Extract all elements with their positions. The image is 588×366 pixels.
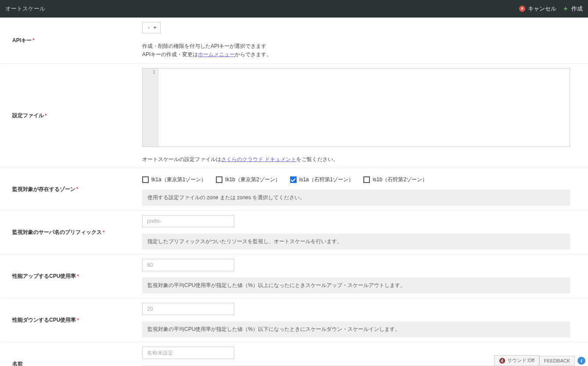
zones-info: 使用する設定ファイルの zone または zones を選択してください。 — [142, 190, 570, 206]
apikey-help-line1: 作成・削除の権限を付与したAPIキーが選択できます — [142, 42, 588, 50]
label-apikey: APIキー* — [2, 18, 142, 63]
label-prefix: 監視対象のサーバ名のプリフィックス* — [2, 211, 142, 254]
zone-label: is1a（石狩第1ゾーン） — [299, 176, 354, 183]
close-icon: × — [519, 6, 525, 12]
form-content: APIキー* - 作成・削除の権限を付与したAPIキーが選択できます APIキー… — [2, 18, 588, 366]
required-mark: * — [76, 186, 79, 192]
feedback-button[interactable]: FEEDBACK — [539, 356, 575, 366]
checkbox-icon — [363, 176, 370, 183]
zone-label: tk1a（東京第1ゾーン） — [151, 176, 206, 183]
docs-link[interactable]: さくらのクラウド ドキュメント — [221, 156, 296, 162]
home-menu-link[interactable]: ホームメニュー — [198, 51, 235, 57]
cpu-down-info: 監視対象の平均CPU使用率が指定した値（%）以下になったときにスケールダウン・ス… — [142, 321, 570, 337]
cpu-up-info: 監視対象の平均CPU使用率が指定した値（%）以上になったにときスケールアップ・ス… — [142, 277, 570, 294]
header-bar: オートスケール × キャンセル + 作成 — [0, 0, 588, 18]
row-cpu-down: 性能ダウンするCPU使用率* 監視対象の平均CPU使用率が指定した値（%）以下に… — [2, 298, 588, 342]
page-title: オートスケール — [5, 5, 45, 13]
required-mark: * — [103, 230, 105, 236]
header-actions: × キャンセル + 作成 — [519, 5, 583, 13]
row-cpu-up: 性能アップするCPU使用率* 監視対象の平均CPU使用率が指定した値（%）以上に… — [2, 255, 588, 298]
label-cpu-up: 性能アップするCPU使用率* — [2, 255, 142, 298]
apikey-help-line2: APIキーの作成・変更はホームメニューからできます。 — [142, 50, 588, 59]
name-input[interactable] — [142, 347, 234, 359]
required-mark: * — [77, 273, 79, 280]
cpu-down-input[interactable] — [142, 303, 234, 315]
control-zones: tk1a（東京第1ゾーン） tk1b（東京第2ゾーン） is1a（石狩第1ゾーン… — [142, 168, 588, 210]
control-config: 1 オートスケールの設定ファイルはさくらのクラウド ドキュメントをご覧ください。 — [142, 64, 588, 168]
required-mark: * — [77, 317, 79, 323]
zone-checkbox-group: tk1a（東京第1ゾーン） tk1b（東京第2ゾーン） is1a（石狩第1ゾーン… — [142, 176, 588, 183]
zone-checkbox-tk1a[interactable]: tk1a（東京第1ゾーン） — [142, 176, 206, 183]
label-name: 名前 — [2, 342, 142, 366]
config-help: オートスケールの設定ファイルはさくらのクラウド ドキュメントをご覧ください。 — [142, 156, 588, 163]
cancel-button[interactable]: × キャンセル — [519, 5, 556, 13]
info-icon[interactable]: i — [577, 357, 585, 365]
label-cpu-down: 性能ダウンするCPU使用率* — [2, 298, 142, 342]
required-mark: * — [32, 37, 35, 43]
label-config: 設定ファイル* — [2, 64, 142, 168]
footer-bar: 🔇 サウンド:Off FEEDBACK i — [494, 355, 588, 366]
apikey-help: 作成・削除の権限を付与したAPIキーが選択できます APIキーの作成・変更はホー… — [142, 42, 588, 59]
sound-label: サウンド:Off — [507, 357, 534, 364]
zone-checkbox-is1a[interactable]: is1a（石狩第1ゾーン） — [290, 176, 354, 183]
prefix-input[interactable] — [142, 215, 234, 227]
chevron-down-icon — [153, 27, 157, 29]
create-button[interactable]: + 作成 — [563, 5, 583, 13]
control-apikey: - 作成・削除の権限を付与したAPIキーが選択できます APIキーの作成・変更は… — [142, 18, 588, 63]
code-gutter: 1 — [143, 68, 158, 147]
checkbox-icon — [216, 176, 222, 183]
feedback-label: FEEDBACK — [544, 358, 570, 363]
control-cpu-up: 監視対象の平均CPU使用率が指定した値（%）以上になったにときスケールアップ・ス… — [142, 255, 588, 298]
cpu-up-input[interactable] — [142, 259, 234, 271]
row-config: 設定ファイル* 1 オートスケールの設定ファイルはさくらのクラウド ドキュメント… — [2, 64, 588, 168]
label-zones: 監視対象が存在するゾーン* — [2, 168, 142, 210]
prefix-info: 指定したプリフィックスがついたリソースを監視し、オートスケールを行います。 — [142, 233, 570, 250]
sound-toggle[interactable]: 🔇 サウンド:Off — [494, 355, 539, 366]
zone-label: is1b（石狩第2ゾーン） — [373, 176, 427, 183]
control-prefix: 指定したプリフィックスがついたリソースを監視し、オートスケールを行います。 — [142, 211, 588, 254]
cancel-label: キャンセル — [528, 5, 556, 13]
config-editor[interactable]: 1 — [142, 68, 570, 147]
row-prefix: 監視対象のサーバ名のプリフィックス* 指定したプリフィックスがついたリソースを監… — [2, 211, 588, 255]
row-zones: 監視対象が存在するゾーン* tk1a（東京第1ゾーン） tk1b（東京第2ゾーン… — [2, 168, 588, 211]
checkbox-checked-icon — [290, 176, 297, 183]
zone-checkbox-is1b[interactable]: is1b（石狩第2ゾーン） — [363, 176, 427, 183]
row-apikey: APIキー* - 作成・削除の権限を付与したAPIキーが選択できます APIキー… — [2, 18, 588, 64]
zone-checkbox-tk1b[interactable]: tk1b（東京第2ゾーン） — [216, 176, 280, 183]
apikey-select[interactable]: - — [142, 22, 161, 33]
checkbox-icon — [142, 176, 149, 183]
zone-label: tk1b（東京第2ゾーン） — [225, 176, 280, 183]
plus-icon: + — [563, 6, 569, 12]
required-mark: * — [45, 113, 47, 119]
create-label: 作成 — [571, 5, 583, 13]
apikey-select-value: - — [148, 25, 150, 31]
code-area[interactable] — [158, 68, 570, 147]
control-cpu-down: 監視対象の平均CPU使用率が指定した値（%）以下になったときにスケールダウン・ス… — [142, 298, 588, 342]
sound-off-icon: 🔇 — [499, 358, 506, 364]
